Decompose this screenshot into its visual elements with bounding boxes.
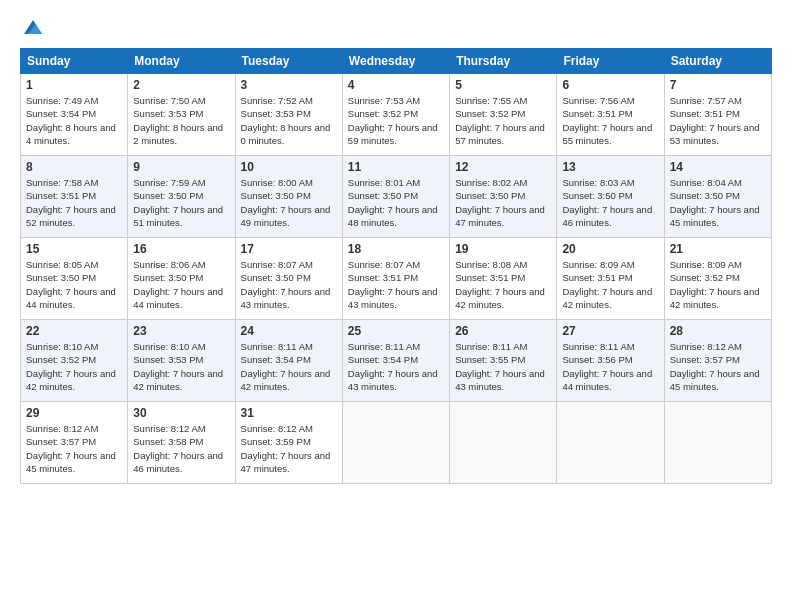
daylight-label: Daylight: 7 hours and 42 minutes.	[455, 286, 545, 310]
day-number: 22	[26, 324, 122, 338]
calendar-cell: 7 Sunrise: 7:57 AM Sunset: 3:51 PM Dayli…	[664, 74, 771, 156]
sunset-label: Sunset: 3:51 PM	[562, 272, 632, 283]
calendar-cell: 20 Sunrise: 8:09 AM Sunset: 3:51 PM Dayl…	[557, 238, 664, 320]
calendar-cell: 16 Sunrise: 8:06 AM Sunset: 3:50 PM Dayl…	[128, 238, 235, 320]
day-info: Sunrise: 7:58 AM Sunset: 3:51 PM Dayligh…	[26, 176, 122, 229]
daylight-label: Daylight: 7 hours and 45 minutes.	[670, 368, 760, 392]
daylight-label: Daylight: 7 hours and 59 minutes.	[348, 122, 438, 146]
day-number: 4	[348, 78, 444, 92]
day-number: 8	[26, 160, 122, 174]
sunrise-label: Sunrise: 8:11 AM	[348, 341, 420, 352]
calendar-cell: 6 Sunrise: 7:56 AM Sunset: 3:51 PM Dayli…	[557, 74, 664, 156]
sunrise-label: Sunrise: 8:10 AM	[26, 341, 98, 352]
sunrise-label: Sunrise: 8:07 AM	[348, 259, 420, 270]
day-info: Sunrise: 8:12 AM Sunset: 3:58 PM Dayligh…	[133, 422, 229, 475]
day-number: 3	[241, 78, 337, 92]
daylight-label: Daylight: 7 hours and 43 minutes.	[455, 368, 545, 392]
calendar-cell: 13 Sunrise: 8:03 AM Sunset: 3:50 PM Dayl…	[557, 156, 664, 238]
calendar-cell: 4 Sunrise: 7:53 AM Sunset: 3:52 PM Dayli…	[342, 74, 449, 156]
day-number: 16	[133, 242, 229, 256]
daylight-label: Daylight: 8 hours and 4 minutes.	[26, 122, 116, 146]
daylight-label: Daylight: 7 hours and 46 minutes.	[562, 204, 652, 228]
day-info: Sunrise: 8:09 AM Sunset: 3:52 PM Dayligh…	[670, 258, 766, 311]
daylight-label: Daylight: 7 hours and 45 minutes.	[26, 450, 116, 474]
sunrise-label: Sunrise: 8:11 AM	[241, 341, 313, 352]
daylight-label: Daylight: 7 hours and 42 minutes.	[670, 286, 760, 310]
col-header-monday: Monday	[128, 49, 235, 74]
col-header-wednesday: Wednesday	[342, 49, 449, 74]
day-info: Sunrise: 8:04 AM Sunset: 3:50 PM Dayligh…	[670, 176, 766, 229]
logo-icon	[22, 16, 44, 38]
week-row-5: 29 Sunrise: 8:12 AM Sunset: 3:57 PM Dayl…	[21, 402, 772, 484]
daylight-label: Daylight: 7 hours and 48 minutes.	[348, 204, 438, 228]
sunset-label: Sunset: 3:50 PM	[348, 190, 418, 201]
sunset-label: Sunset: 3:50 PM	[241, 190, 311, 201]
calendar-cell: 31 Sunrise: 8:12 AM Sunset: 3:59 PM Dayl…	[235, 402, 342, 484]
day-number: 1	[26, 78, 122, 92]
day-info: Sunrise: 8:01 AM Sunset: 3:50 PM Dayligh…	[348, 176, 444, 229]
day-info: Sunrise: 8:12 AM Sunset: 3:57 PM Dayligh…	[670, 340, 766, 393]
header	[20, 16, 772, 38]
col-header-saturday: Saturday	[664, 49, 771, 74]
daylight-label: Daylight: 7 hours and 46 minutes.	[133, 450, 223, 474]
calendar-cell: 1 Sunrise: 7:49 AM Sunset: 3:54 PM Dayli…	[21, 74, 128, 156]
daylight-label: Daylight: 7 hours and 47 minutes.	[455, 204, 545, 228]
day-number: 21	[670, 242, 766, 256]
sunrise-label: Sunrise: 8:10 AM	[133, 341, 205, 352]
calendar-cell: 18 Sunrise: 8:07 AM Sunset: 3:51 PM Dayl…	[342, 238, 449, 320]
week-row-4: 22 Sunrise: 8:10 AM Sunset: 3:52 PM Dayl…	[21, 320, 772, 402]
calendar-cell: 12 Sunrise: 8:02 AM Sunset: 3:50 PM Dayl…	[450, 156, 557, 238]
daylight-label: Daylight: 8 hours and 2 minutes.	[133, 122, 223, 146]
sunrise-label: Sunrise: 7:55 AM	[455, 95, 527, 106]
sunset-label: Sunset: 3:51 PM	[562, 108, 632, 119]
day-info: Sunrise: 8:02 AM Sunset: 3:50 PM Dayligh…	[455, 176, 551, 229]
sunset-label: Sunset: 3:50 PM	[133, 190, 203, 201]
sunset-label: Sunset: 3:51 PM	[348, 272, 418, 283]
day-number: 12	[455, 160, 551, 174]
sunset-label: Sunset: 3:54 PM	[348, 354, 418, 365]
sunrise-label: Sunrise: 8:01 AM	[348, 177, 420, 188]
daylight-label: Daylight: 7 hours and 42 minutes.	[133, 368, 223, 392]
calendar-cell	[664, 402, 771, 484]
sunset-label: Sunset: 3:50 PM	[26, 272, 96, 283]
daylight-label: Daylight: 7 hours and 42 minutes.	[26, 368, 116, 392]
sunrise-label: Sunrise: 7:57 AM	[670, 95, 742, 106]
sunset-label: Sunset: 3:54 PM	[26, 108, 96, 119]
sunrise-label: Sunrise: 8:12 AM	[26, 423, 98, 434]
sunrise-label: Sunrise: 7:50 AM	[133, 95, 205, 106]
day-info: Sunrise: 8:11 AM Sunset: 3:56 PM Dayligh…	[562, 340, 658, 393]
sunrise-label: Sunrise: 8:09 AM	[670, 259, 742, 270]
sunrise-label: Sunrise: 7:58 AM	[26, 177, 98, 188]
day-info: Sunrise: 8:11 AM Sunset: 3:55 PM Dayligh…	[455, 340, 551, 393]
daylight-label: Daylight: 7 hours and 42 minutes.	[241, 368, 331, 392]
calendar-cell: 24 Sunrise: 8:11 AM Sunset: 3:54 PM Dayl…	[235, 320, 342, 402]
calendar-cell: 2 Sunrise: 7:50 AM Sunset: 3:53 PM Dayli…	[128, 74, 235, 156]
day-info: Sunrise: 8:08 AM Sunset: 3:51 PM Dayligh…	[455, 258, 551, 311]
day-info: Sunrise: 8:07 AM Sunset: 3:50 PM Dayligh…	[241, 258, 337, 311]
sunset-label: Sunset: 3:50 PM	[670, 190, 740, 201]
sunset-label: Sunset: 3:52 PM	[670, 272, 740, 283]
daylight-label: Daylight: 7 hours and 49 minutes.	[241, 204, 331, 228]
day-number: 5	[455, 78, 551, 92]
day-info: Sunrise: 8:12 AM Sunset: 3:59 PM Dayligh…	[241, 422, 337, 475]
day-number: 31	[241, 406, 337, 420]
calendar-cell: 27 Sunrise: 8:11 AM Sunset: 3:56 PM Dayl…	[557, 320, 664, 402]
day-number: 20	[562, 242, 658, 256]
sunset-label: Sunset: 3:50 PM	[455, 190, 525, 201]
sunrise-label: Sunrise: 8:12 AM	[133, 423, 205, 434]
day-number: 23	[133, 324, 229, 338]
sunset-label: Sunset: 3:57 PM	[670, 354, 740, 365]
calendar-cell: 5 Sunrise: 7:55 AM Sunset: 3:52 PM Dayli…	[450, 74, 557, 156]
calendar-cell: 14 Sunrise: 8:04 AM Sunset: 3:50 PM Dayl…	[664, 156, 771, 238]
day-number: 2	[133, 78, 229, 92]
day-number: 18	[348, 242, 444, 256]
sunrise-label: Sunrise: 8:03 AM	[562, 177, 634, 188]
day-info: Sunrise: 8:12 AM Sunset: 3:57 PM Dayligh…	[26, 422, 122, 475]
day-info: Sunrise: 8:10 AM Sunset: 3:52 PM Dayligh…	[26, 340, 122, 393]
day-info: Sunrise: 8:05 AM Sunset: 3:50 PM Dayligh…	[26, 258, 122, 311]
week-row-1: 1 Sunrise: 7:49 AM Sunset: 3:54 PM Dayli…	[21, 74, 772, 156]
sunset-label: Sunset: 3:55 PM	[455, 354, 525, 365]
col-header-tuesday: Tuesday	[235, 49, 342, 74]
day-number: 13	[562, 160, 658, 174]
daylight-label: Daylight: 8 hours and 0 minutes.	[241, 122, 331, 146]
